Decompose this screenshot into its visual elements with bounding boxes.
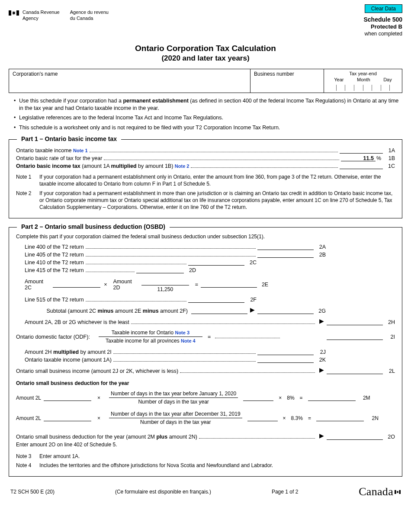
- canada-flag-icon: [9, 10, 19, 16]
- identification-box: Corporation's name Business number Tax y…: [9, 69, 402, 93]
- note-3: Note 3Enter amount 1A.: [16, 453, 395, 460]
- line-2o-field[interactable]: [327, 434, 383, 440]
- amount-2l-m-field[interactable]: [44, 395, 91, 401]
- form-code: T2 SCH 500 E (20): [10, 489, 55, 495]
- page-title: Ontario Corporation Tax Calculation: [9, 44, 402, 53]
- frac1-field[interactable]: [243, 395, 273, 401]
- enter-2o-instruction: Enter amount 2O on line 402 of Schedule …: [16, 442, 395, 448]
- agency-name-fr: Agence du revenudu Canada: [70, 10, 109, 22]
- note-4: Note 4Includes the territories and the o…: [16, 462, 395, 469]
- line-2f-field[interactable]: [188, 297, 244, 303]
- canada-wordmark: Canada: [359, 485, 401, 498]
- amount-2l-n-field[interactable]: [44, 415, 91, 421]
- line-2e-field[interactable]: [201, 282, 257, 288]
- instruction-bullets: Use this schedule if your corporation ha…: [14, 97, 402, 132]
- line-1c-label: Ontario basic income tax (amount 1A mult…: [16, 163, 189, 169]
- svg-rect-1: [16, 10, 19, 16]
- schedule-number: Schedule 500: [364, 16, 403, 23]
- protected-label: Protected B: [364, 23, 403, 31]
- arrow-icon: ▶: [319, 366, 324, 373]
- line-2b-field[interactable]: [257, 252, 314, 258]
- line-2i-field[interactable]: [327, 334, 383, 340]
- canada-flag-icon: [395, 490, 401, 494]
- line-2c-field[interactable]: [188, 260, 244, 266]
- svg-rect-2: [395, 490, 396, 494]
- part-1: Part 1 – Ontario basic income tax Ontari…: [9, 139, 402, 218]
- line-2g-field[interactable]: [257, 308, 314, 314]
- line-2d-field[interactable]: [136, 267, 184, 273]
- line-2n-field[interactable]: [316, 415, 364, 421]
- french-notice: (Ce formulaire est disponible en françai…: [115, 489, 211, 495]
- line-1b-label: Ontario basic rate of tax for the year: [16, 155, 102, 161]
- line-1b-rate: 11.5: [341, 155, 376, 161]
- subtotal-2g-left[interactable]: [191, 308, 247, 314]
- svg-rect-3: [399, 490, 401, 494]
- part-2-title: Part 2 – Ontario small business deductio…: [17, 223, 170, 230]
- frac2-field[interactable]: [247, 415, 278, 421]
- corp-name-field[interactable]: Corporation's name: [9, 69, 250, 93]
- part-1-title: Part 1 – Ontario basic income tax: [17, 135, 121, 142]
- arrow-icon: ▶: [250, 306, 255, 313]
- line-2l-field[interactable]: [327, 368, 383, 374]
- footer: T2 SCH 500 E (20) (Ce formulaire est dis…: [9, 485, 402, 498]
- line-2a-field[interactable]: [257, 244, 314, 250]
- part-2-intro: Complete this part if your corporation c…: [16, 234, 395, 240]
- line-1a-label: Ontario taxable income Note 1: [16, 147, 88, 154]
- when-completed: when completed: [364, 31, 403, 38]
- note-1: Note 1If your corporation had a permanen…: [16, 173, 395, 187]
- part-2: Part 2 – Ontario small business deductio…: [9, 227, 402, 477]
- osbd-heading: Ontario small business deduction for the…: [16, 380, 395, 386]
- tax-year-end-field[interactable]: Tax year-end YearMonthDay: [324, 69, 402, 93]
- svg-rect-0: [9, 10, 11, 16]
- line-1c-field[interactable]: [340, 163, 383, 169]
- page-subtitle: (2020 and later tax years): [9, 54, 402, 63]
- line-2m-field[interactable]: [308, 395, 356, 401]
- line-2k-field[interactable]: [257, 357, 314, 363]
- line-1a-field[interactable]: [340, 147, 383, 154]
- line-2j-field[interactable]: [257, 349, 314, 355]
- amount-2d-field[interactable]: [144, 277, 187, 283]
- line-2h-field[interactable]: [327, 319, 383, 325]
- amount-2c-field[interactable]: [53, 282, 100, 288]
- page-number: Page 1 of 2: [272, 489, 298, 495]
- arrow-icon: ▶: [319, 317, 324, 324]
- business-number-field[interactable]: Business number: [250, 69, 324, 93]
- arrow-icon: ▶: [319, 432, 324, 439]
- header: Canada RevenueAgency Agence du revenudu …: [9, 10, 402, 38]
- agency-name-en: Canada RevenueAgency: [22, 10, 60, 22]
- clear-data-button[interactable]: Clear Data: [365, 4, 402, 13]
- note-2: Note 2If your corporation had a permanen…: [16, 190, 395, 211]
